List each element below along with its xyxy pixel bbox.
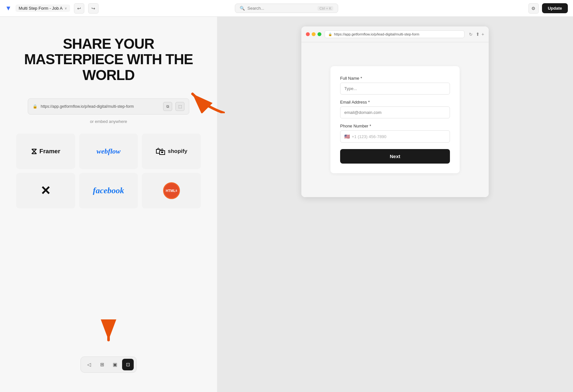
title-chevron-icon: ∨ (65, 6, 67, 10)
open-icon: ⬚ (178, 104, 182, 109)
email-field: Email Address * (340, 100, 450, 118)
phone-label: Phone Number * (340, 124, 450, 128)
phone-required: * (370, 124, 371, 128)
browser-dot-red (306, 32, 310, 36)
full-name-required: * (360, 76, 362, 81)
browser-share-button[interactable]: ⬆ (476, 32, 480, 37)
url-lock-icon: 🔒 (33, 104, 37, 109)
project-name-label: Multi Step Form - Job A (19, 6, 63, 11)
browser-content: Full Name * Email Address * (301, 42, 489, 197)
webflow-logo: webflow (97, 147, 121, 156)
phone-placeholder: +1 (123) 456-7890 (352, 134, 386, 139)
phone-input-wrapper[interactable]: 🇺🇸 +1 (123) 456-7890 (340, 130, 450, 143)
embed-icon: ▣ (113, 362, 117, 367)
shopify-logo: 🛍 shopify (155, 146, 187, 157)
browser-dot-green (318, 32, 321, 36)
main-layout: SHARE YOUR MASTERPIECE WITH THE WORLD 🔒 … (0, 17, 573, 392)
browser-window: 🔒 https://app.getformflow.io/p/lead-digi… (301, 26, 489, 197)
facebook-logo: facebook (93, 186, 124, 196)
redo-button[interactable]: ↪ (88, 3, 99, 14)
copy-url-button[interactable]: ⧉ (163, 102, 172, 111)
browser-actions: ⬆ + (476, 32, 484, 37)
arrow-bottom-container (99, 318, 118, 345)
full-name-field: Full Name * (340, 76, 450, 95)
facebook-card[interactable]: facebook (79, 173, 138, 208)
browser-refresh-icon[interactable]: ↻ (469, 32, 473, 37)
search-bar[interactable]: 🔍 Ctrl + K (235, 4, 338, 13)
arrow-bottom-indicator (99, 318, 118, 344)
active-icon: ⊡ (126, 362, 130, 367)
browser-dot-yellow (312, 32, 316, 36)
logo-icon: ▼ (5, 5, 12, 12)
grid-toolbar-button[interactable]: ⊞ (96, 359, 108, 370)
embed-grid: ⧖ Framer webflow 🛍 shopify ✕ faceb (16, 134, 201, 208)
copy-icon: ⧉ (166, 104, 169, 109)
undo-icon: ↩ (77, 6, 81, 11)
next-button[interactable]: Next (340, 149, 450, 164)
undo-button[interactable]: ↩ (74, 3, 84, 14)
browser-url-bar[interactable]: 🔒 https://app.getformflow.io/p/lead-digi… (325, 30, 464, 38)
url-display: https://app.getformflow.io/p/lead-digita… (41, 104, 160, 109)
browser-add-tab-button[interactable]: + (482, 32, 484, 37)
url-row: 🔒 https://app.getformflow.io/p/lead-digi… (28, 98, 189, 115)
right-panel: 🔒 https://app.getformflow.io/p/lead-digi… (217, 17, 573, 392)
redo-icon: ↪ (91, 6, 95, 11)
project-title[interactable]: Multi Step Form - Job A ∨ (16, 5, 70, 12)
share-icon: ◁ (87, 362, 91, 367)
bottom-toolbar: ◁ ⊞ ▣ ⊡ (80, 357, 137, 373)
email-required: * (368, 100, 370, 105)
html5-badge: HTML 5 (163, 182, 180, 199)
hero-title: SHARE YOUR MASTERPIECE WITH THE WORLD (16, 36, 201, 83)
framer-card[interactable]: ⧖ Framer (16, 134, 75, 169)
settings-button[interactable]: ⚙ (528, 3, 539, 14)
settings-icon: ⚙ (531, 6, 536, 11)
x-card[interactable]: ✕ (16, 173, 75, 208)
browser-url-text: https://app.getformflow.io/p/lead-digita… (334, 32, 419, 36)
search-input[interactable] (247, 6, 299, 11)
x-logo: ✕ (40, 184, 51, 198)
browser-bar: 🔒 https://app.getformflow.io/p/lead-digi… (301, 26, 489, 42)
html5-card[interactable]: HTML 5 (142, 173, 201, 208)
email-input[interactable] (340, 106, 450, 118)
email-label: Email Address * (340, 100, 450, 105)
shopify-card[interactable]: 🛍 shopify (142, 134, 201, 169)
search-icon: 🔍 (240, 6, 245, 11)
browser-dots (306, 32, 321, 36)
embed-text: or embed anywhere (90, 119, 127, 124)
active-toolbar-button[interactable]: ⊡ (122, 359, 134, 370)
framer-icon: ⧖ (31, 146, 37, 156)
shopify-bag-icon: 🛍 (155, 146, 166, 157)
open-url-button[interactable]: ⬚ (175, 102, 184, 111)
phone-field: Phone Number * 🇺🇸 +1 (123) 456-7890 (340, 124, 450, 143)
phone-flag: 🇺🇸 (344, 134, 350, 139)
embed-toolbar-button[interactable]: ▣ (109, 359, 121, 370)
grid-icon: ⊞ (100, 362, 104, 367)
search-shortcut-label: Ctrl + K (318, 6, 333, 11)
browser-lock-icon: 🔒 (328, 33, 332, 36)
topbar-right: ⚙ Update (528, 3, 568, 14)
framer-logo: ⧖ Framer (31, 146, 60, 156)
full-name-input[interactable] (340, 83, 450, 95)
update-button[interactable]: Update (542, 3, 568, 13)
topbar: ▼ Multi Step Form - Job A ∨ ↩ ↪ 🔍 Ctrl +… (0, 0, 573, 17)
webflow-card[interactable]: webflow (79, 134, 138, 169)
form-card: Full Name * Email Address * (330, 66, 460, 173)
left-panel: SHARE YOUR MASTERPIECE WITH THE WORLD 🔒 … (0, 17, 217, 392)
full-name-label: Full Name * (340, 76, 450, 81)
share-toolbar-button[interactable]: ◁ (83, 359, 95, 370)
